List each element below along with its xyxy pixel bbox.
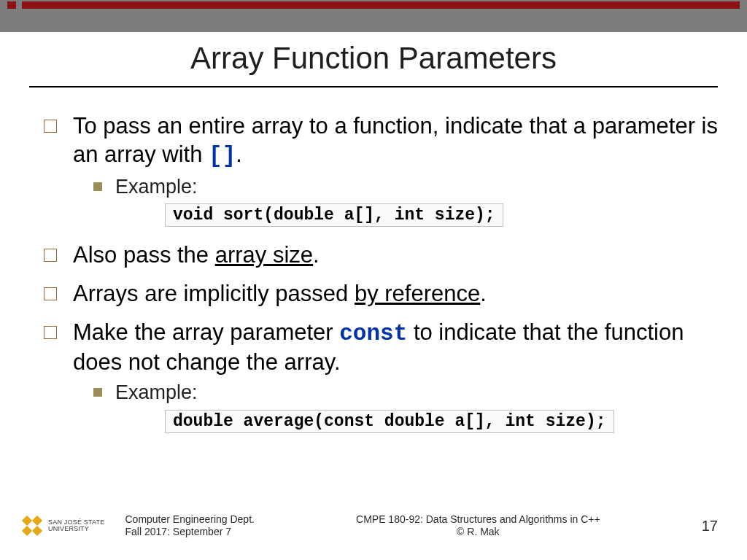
small-square-bullet-icon	[93, 388, 102, 397]
small-square-bullet-icon	[93, 182, 102, 191]
bullet-3: Arrays are implicitly passed by referenc…	[44, 280, 718, 308]
title-rule	[29, 86, 718, 88]
svg-rect-3	[32, 526, 42, 536]
text: Arrays are implicitly passed	[73, 281, 355, 306]
bullet-text: Arrays are implicitly passed by referenc…	[73, 280, 487, 308]
text: .	[236, 141, 242, 167]
slide-title: Array Function Parameters	[0, 41, 747, 76]
subbullet-text: Example:	[115, 175, 198, 200]
inline-code: const	[339, 321, 407, 346]
university-logo-icon	[20, 514, 44, 537]
university-name: SAN JOSÉ STATE UNIVERSITY	[48, 519, 104, 533]
subbullet-example-1: Example:	[93, 175, 718, 200]
subbullet-example-2: Example:	[93, 381, 718, 405]
term-date: Fall 2017: September 7	[125, 526, 254, 539]
square-bullet-icon	[44, 287, 57, 300]
svg-rect-0	[22, 516, 32, 526]
footer-center: CMPE 180-92: Data Structures and Algorit…	[255, 513, 702, 539]
header-band	[0, 0, 747, 32]
square-bullet-icon	[44, 326, 57, 339]
page-number: 17	[702, 518, 718, 534]
footer-left: Computer Engineering Dept. Fall 2017: Se…	[125, 513, 254, 539]
svg-rect-2	[22, 526, 32, 536]
text: .	[313, 242, 320, 268]
bullet-1: To pass an entire array to a function, i…	[44, 112, 718, 171]
code-box-1: void sort(double a[], int size);	[165, 203, 503, 227]
bullet-text: Also pass the array size.	[73, 241, 320, 270]
underlined-text: array size	[215, 242, 313, 268]
course-title: CMPE 180-92: Data Structures and Algorit…	[255, 513, 702, 526]
footer: SAN JOSÉ STATE UNIVERSITY Computer Engin…	[0, 509, 747, 542]
underlined-text: by reference	[355, 281, 480, 306]
accent-stripe	[7, 1, 16, 9]
bullet-4: Make the array parameter const to indica…	[44, 319, 718, 377]
square-bullet-icon	[44, 249, 57, 262]
text: Make the array parameter	[73, 319, 339, 345]
bullet-text: Make the array parameter const to indica…	[73, 319, 718, 377]
accent-stripe	[22, 1, 740, 9]
slide-body: To pass an entire array to a function, i…	[44, 102, 718, 502]
text: Also pass the	[73, 242, 215, 268]
bullet-text: To pass an entire array to a function, i…	[73, 112, 718, 171]
code-box-2: double average(const double a[], int siz…	[165, 410, 614, 433]
square-bullet-icon	[44, 120, 57, 133]
dept-name: Computer Engineering Dept.	[125, 513, 254, 526]
bullet-2: Also pass the array size.	[44, 241, 718, 270]
text: .	[480, 281, 487, 306]
copyright: © R. Mak	[255, 526, 702, 539]
svg-rect-1	[32, 516, 42, 526]
subbullet-text: Example:	[115, 381, 198, 405]
logo-line-2: UNIVERSITY	[48, 526, 104, 532]
text: To pass an entire array to a function, i…	[73, 113, 718, 167]
inline-code: []	[209, 143, 236, 168]
